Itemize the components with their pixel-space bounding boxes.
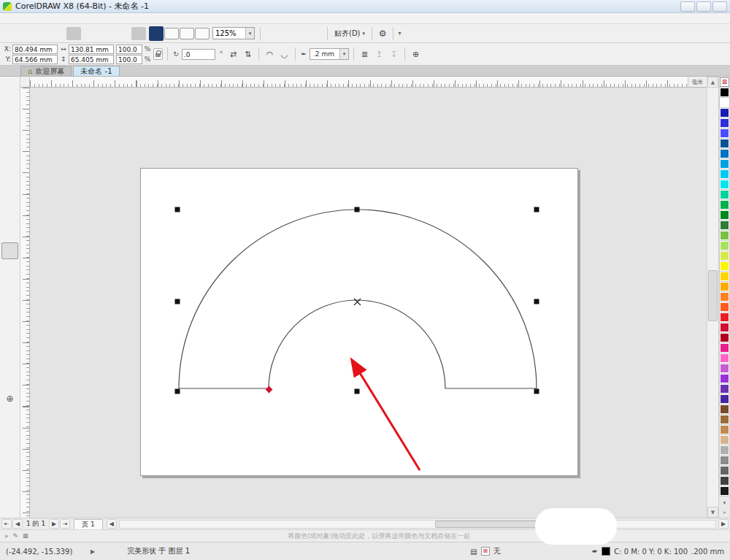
add-tool-button[interactable]: ⊕ [1,390,18,407]
to-front-button[interactable]: ↥ [373,48,385,61]
next-page-button[interactable]: ▶ [49,519,59,529]
ellipse-tool[interactable] [1,209,18,226]
color-swatch[interactable] [720,220,729,230]
redo-button[interactable] [107,26,121,41]
color-swatch[interactable] [720,476,729,486]
color-swatch[interactable] [720,272,729,281]
mirror-horizontal-button[interactable]: ⇄ [227,48,239,61]
last-page-button[interactable]: ⇥ [60,519,70,529]
color-swatch[interactable] [720,343,729,353]
rectangle-tool[interactable] [1,192,18,209]
color-swatch[interactable] [720,169,729,179]
close-button[interactable] [712,1,727,12]
toolbar-button[interactable] [66,27,81,40]
outline-width-select[interactable]: .2 mm ▾ [310,48,349,60]
zoom-dropdown-icon[interactable]: ▾ [245,28,254,39]
zoom-tool[interactable] [1,142,18,158]
interactive-fill-tool[interactable] [1,360,18,377]
wrap-text-button[interactable]: ≣ [358,48,371,61]
parallel-dimension-tool[interactable] [1,276,18,293]
color-swatch[interactable] [720,210,729,220]
color-swatch[interactable] [720,312,729,322]
status-expand-button[interactable]: ▶ [91,548,95,555]
vertical-ruler[interactable] [20,88,30,518]
freehand-tool[interactable] [1,158,18,175]
color-swatch[interactable] [720,486,729,496]
object-height-field[interactable]: 65.405 mm [69,55,114,64]
color-swatch[interactable] [720,353,729,363]
publish-pdf-button[interactable] [195,28,210,39]
zoom-level-input[interactable] [213,29,245,37]
save-button[interactable] [34,26,48,41]
open-button[interactable] [18,26,33,41]
color-swatch[interactable] [720,251,729,261]
color-swatch[interactable] [720,404,729,414]
snap-dropdown[interactable]: 贴齐(D) ▾ [331,28,369,39]
arc-option-button[interactable]: ◡ [278,48,291,61]
scrollbar-track[interactable] [707,88,718,507]
color-swatch[interactable] [720,108,729,118]
color-swatch[interactable] [720,159,729,169]
color-swatch[interactable] [720,456,729,465]
color-swatch[interactable] [720,139,729,148]
color-swatch[interactable] [720,394,729,404]
tab-untitled-document[interactable]: 未命名 -1 [73,66,119,76]
vertical-scrollbar[interactable]: ▲ ▼ [707,77,718,518]
color-swatch[interactable] [720,292,729,302]
undo-dropdown[interactable] [99,26,106,41]
scroll-right-button[interactable]: ▶ [718,519,729,529]
print-button[interactable] [49,26,64,41]
color-swatch[interactable] [720,415,729,424]
export-button[interactable] [180,28,194,39]
drawing-canvas[interactable] [30,88,707,518]
color-swatch[interactable] [720,374,729,383]
shape-tool[interactable] [1,108,18,125]
tab-welcome-screen[interactable]: ⌂ 欢迎屏幕 [20,66,72,76]
pick-tool[interactable] [1,91,18,108]
artistic-media-tool[interactable] [1,175,18,192]
scroll-left-button[interactable]: ◀ [107,519,117,529]
color-swatch[interactable] [720,445,729,455]
object-width-field[interactable]: 130.81 mm [69,45,114,54]
search-content-button[interactable] [149,26,164,41]
color-swatch[interactable] [720,333,729,342]
basic-shapes-tool[interactable] [1,242,18,259]
scale-x-field[interactable]: 100.0 [116,45,142,54]
text-tool[interactable] [1,259,18,276]
color-swatch[interactable] [720,241,729,250]
options-button[interactable]: ⚙ [375,26,390,41]
no-color-swatch[interactable]: ⊠ [720,77,729,87]
page-tab[interactable]: 页 1 [74,519,103,529]
fullscreen-preview-button[interactable] [264,26,278,41]
shape-glyph-node[interactable] [266,386,273,394]
toolbar-button[interactable] [131,27,146,40]
color-swatch[interactable] [720,180,729,189]
x-position-field[interactable]: 80.494 mm [12,45,58,54]
import-button[interactable] [164,28,179,39]
palette-scroll-down-button[interactable]: ▾ [720,498,730,507]
color-swatch[interactable] [720,118,729,128]
scale-lock-button[interactable] [153,48,163,60]
color-swatch[interactable] [720,364,729,373]
palette-expand-button[interactable]: » [720,507,730,517]
y-position-field[interactable]: 64.566 mm [12,55,58,64]
horizontal-ruler[interactable]: 毫米 [20,77,707,88]
rotation-angle-field[interactable]: .0 [182,49,215,60]
drop-shadow-tool[interactable] [1,310,18,326]
new-document-button[interactable] [3,26,18,41]
scroll-down-button[interactable]: ▼ [707,507,718,518]
minimize-button[interactable] [680,1,695,12]
crop-tool[interactable] [1,125,18,142]
color-swatch[interactable] [720,466,729,475]
transparency-tool[interactable] [1,326,18,343]
previous-page-button[interactable]: ◀ [12,519,23,529]
flyout-icon[interactable]: » [4,532,9,540]
color-swatch[interactable] [720,261,729,271]
color-swatch[interactable] [720,231,729,240]
horizontal-scrollbar[interactable] [119,520,716,529]
redo-dropdown[interactable] [122,26,128,41]
color-swatch[interactable] [720,98,729,107]
connector-tool[interactable] [1,293,18,310]
scale-y-field[interactable]: 100.0 [116,55,142,64]
color-swatch[interactable] [720,149,729,158]
